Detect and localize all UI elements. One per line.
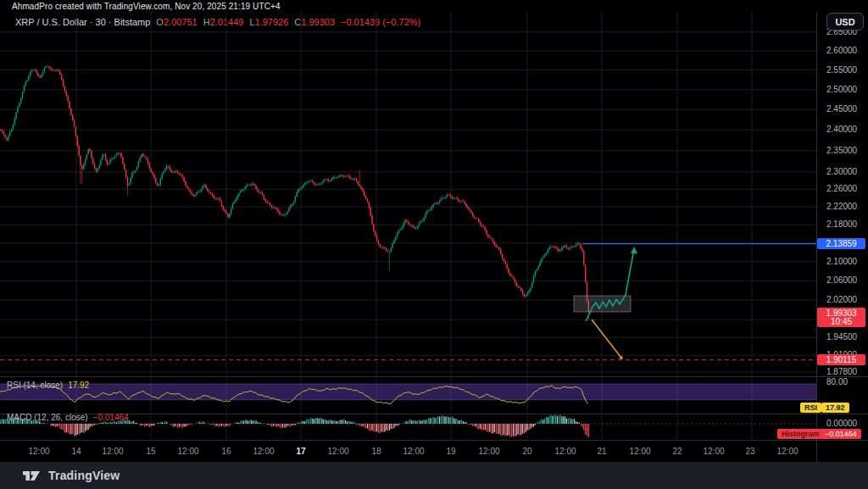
target-price-label: 1.90115: [817, 354, 865, 365]
time-tick-label: 14: [71, 447, 81, 456]
time-tick-label: 12:00: [102, 447, 123, 456]
time-tick-label: 12:00: [776, 447, 798, 456]
time-tick-label: 12:00: [327, 447, 348, 456]
rsi-value: 17.92: [68, 381, 89, 390]
tradingview-logo-icon[interactable]: [22, 468, 41, 483]
rsi-legend[interactable]: RSI (14, close)17.92: [7, 381, 89, 390]
time-tick-label: 21: [597, 447, 606, 456]
time-tick-label: 12:00: [629, 447, 650, 456]
grid-horizontal: [0, 32, 816, 372]
time-tick-label: 12:00: [28, 447, 49, 456]
macd-histogram-down-light: [53, 424, 536, 436]
macd-value-chip: −0.01464: [821, 429, 861, 439]
time-tick-label: 19: [446, 447, 455, 456]
macd-title: MACD (12, 26, close): [7, 413, 88, 422]
bar-countdown: 10:45: [817, 316, 865, 327]
time-tick-label: 12:00: [253, 447, 274, 456]
rsi-title: RSI (14, close): [7, 381, 63, 390]
bearish-projection-arrow[interactable]: [592, 320, 620, 357]
rsi-value-chip: 17.92: [821, 403, 849, 413]
price-tick-label: 2.35000: [826, 147, 857, 155]
price-tick-label: 2.02000: [826, 296, 857, 304]
time-tick-label: 12:00: [703, 447, 724, 456]
time-tick-label: 12:00: [478, 447, 499, 456]
macd-zero-label: 0.00000: [826, 420, 857, 428]
green-arrowhead-icon: [631, 247, 637, 253]
rsi-scale-label: 80.00: [826, 378, 848, 386]
time-tick-label: 12:00: [554, 447, 576, 456]
tradingview-chart-window: AhmadPro created with TradingView.com, N…: [0, 0, 868, 489]
price-axis-border: [816, 12, 817, 462]
candle-wicks-down: [1, 65, 589, 320]
last-price-label: 1.99303 10:45: [817, 308, 865, 327]
time-axis-border: [0, 440, 868, 441]
price-tick-label: 2.26000: [826, 185, 857, 193]
price-tick-label: 2.55000: [826, 66, 857, 75]
rsi-name-chip: RSI: [800, 403, 821, 413]
time-tick-label: 12:00: [403, 447, 424, 456]
time-tick-label: 20: [522, 447, 531, 456]
time-tick-label: 23: [745, 447, 754, 456]
pane-separator-macd[interactable]: [0, 414, 868, 414]
macd-legend[interactable]: MACD (12, 26, close)−0.01464: [7, 413, 129, 422]
candle-wicks-up: [8, 65, 578, 297]
footer-bar: TradingView: [0, 462, 868, 489]
time-tick-label: 18: [371, 447, 381, 456]
chart-plot-area[interactable]: [0, 0, 816, 462]
pane-separator-rsi[interactable]: [0, 376, 868, 377]
time-tick-label: 16: [221, 447, 231, 456]
price-tick-label: 1.87800: [826, 368, 857, 376]
price-tick-label: 2.30000: [826, 168, 857, 176]
footer-brand-text[interactable]: TradingView: [48, 469, 120, 482]
time-tick-label: 15: [146, 447, 155, 456]
currency-toggle-button[interactable]: USD: [826, 13, 864, 31]
price-tick-label: 2.50000: [826, 86, 857, 94]
price-tick-label: 2.45000: [826, 105, 857, 114]
price-tick-label: 2.22000: [826, 203, 857, 211]
time-tick-label: 17: [296, 447, 305, 456]
price-tick-label: 1.94500: [826, 333, 857, 342]
price-tick-label: 2.18000: [826, 220, 857, 229]
macd-value: −0.01464: [93, 413, 129, 422]
price-tick-label: 2.60000: [826, 47, 857, 55]
price-tick-label: 2.40000: [826, 125, 857, 134]
time-tick-label: 22: [672, 447, 682, 456]
time-tick-label: 12:00: [177, 447, 198, 456]
price-tick-label: 2.10000: [826, 258, 857, 266]
resistance-price-label: 2.13859: [817, 238, 865, 249]
grid-vertical: [76, 12, 752, 439]
price-tick-label: 2.06000: [826, 276, 857, 285]
macd-name-chip: Histogram: [777, 429, 824, 439]
